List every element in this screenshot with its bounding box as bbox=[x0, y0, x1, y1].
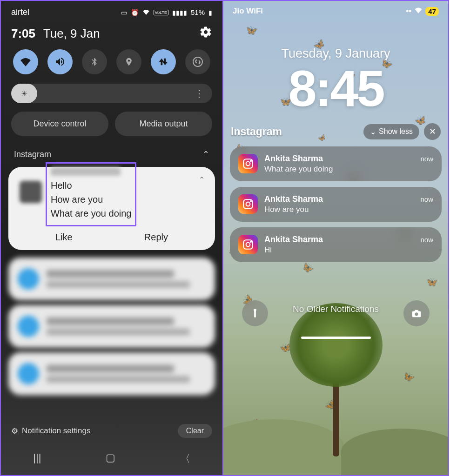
blurred-notification[interactable] bbox=[8, 258, 215, 300]
show-less-button[interactable]: ⌄ Show less bbox=[363, 124, 419, 139]
chevron-down-icon: ⌄ bbox=[370, 127, 376, 136]
svg-point-5 bbox=[246, 202, 250, 206]
notification-app-label: Instagram bbox=[14, 150, 51, 159]
message-line: Hello bbox=[51, 178, 131, 192]
camera-button[interactable] bbox=[403, 300, 430, 326]
settings-gear-icon[interactable] bbox=[199, 26, 212, 42]
signal-icon: •• bbox=[406, 7, 411, 16]
location-toggle[interactable] bbox=[116, 49, 141, 74]
sender-name: Ankita Sharma bbox=[264, 154, 414, 164]
brightness-slider[interactable]: ☀ ⋮ bbox=[11, 84, 212, 103]
blurred-notification[interactable] bbox=[8, 352, 215, 395]
back-button[interactable]: 〈 bbox=[180, 452, 190, 466]
svg-point-2 bbox=[246, 162, 250, 166]
notification-message: How are you bbox=[264, 205, 414, 214]
brightness-thumb[interactable]: ☀ bbox=[11, 84, 37, 103]
clear-button[interactable]: Clear bbox=[178, 424, 212, 438]
home-button[interactable]: ▢ bbox=[106, 452, 115, 466]
status-bar: airtel ▭ ⏰ VoLTE ▮▮▮▮ 51% ▮ bbox=[1, 1, 222, 21]
notification-settings-label: Notification settings bbox=[22, 426, 90, 436]
shazam-toggle[interactable] bbox=[185, 49, 210, 74]
flashlight-button[interactable] bbox=[242, 300, 268, 326]
signal-icon: ▮▮▮▮ bbox=[172, 9, 187, 16]
lock-time: 8:45 bbox=[223, 63, 448, 114]
notification-settings-button[interactable]: ⚙ Notification settings bbox=[11, 426, 90, 436]
date-label: Tue, 9 Jan bbox=[43, 26, 100, 40]
recents-button[interactable]: ||| bbox=[33, 452, 41, 466]
alarm-icon: ⏰ bbox=[131, 9, 139, 16]
svg-point-9 bbox=[250, 241, 251, 242]
notification-message: Hi bbox=[264, 245, 414, 255]
sender-avatar bbox=[20, 181, 42, 203]
notification-item[interactable]: Ankita Sharma How are you now bbox=[230, 187, 442, 222]
volte-icon: VoLTE bbox=[154, 10, 168, 15]
battery-badge: 47 bbox=[425, 7, 439, 16]
instagram-icon bbox=[238, 154, 258, 173]
like-button[interactable]: Like bbox=[55, 232, 73, 243]
battery-percent: 51% bbox=[191, 8, 205, 16]
notification-group-title: Instagram bbox=[231, 126, 359, 138]
wifi-toggle[interactable] bbox=[13, 49, 38, 74]
quick-settings-row bbox=[1, 46, 222, 77]
sender-name: Ankita Sharma bbox=[264, 235, 414, 245]
message-line: How are you bbox=[51, 192, 131, 206]
svg-point-6 bbox=[250, 201, 251, 202]
wifi-icon bbox=[142, 9, 150, 16]
gear-icon: ⚙ bbox=[11, 426, 18, 436]
instagram-icon bbox=[238, 235, 258, 254]
bluetooth-toggle[interactable] bbox=[82, 49, 107, 74]
lock-date: Tuesday, 9 January bbox=[223, 46, 448, 61]
card-icon: ▭ bbox=[121, 9, 127, 16]
date-time-row: 7:05 Tue, 9 Jan bbox=[1, 21, 222, 46]
blurred-notification[interactable] bbox=[8, 305, 215, 348]
show-less-label: Show less bbox=[379, 127, 413, 136]
notification-time: now bbox=[420, 195, 433, 203]
instagram-notification-card[interactable]: ⌃ Hello How are you What are you doing L… bbox=[8, 167, 215, 250]
time-label: 7:05 bbox=[11, 26, 35, 40]
data-toggle[interactable] bbox=[151, 49, 176, 74]
sound-toggle[interactable] bbox=[47, 49, 73, 74]
reply-button[interactable]: Reply bbox=[144, 232, 168, 243]
svg-point-3 bbox=[250, 160, 251, 161]
device-control-button[interactable]: Device control bbox=[11, 112, 108, 136]
svg-point-8 bbox=[246, 243, 250, 247]
battery-icon: ▮ bbox=[208, 9, 212, 16]
notification-item[interactable]: Ankita Sharma What are you doing now bbox=[230, 146, 442, 181]
status-bar: Jio WiFi •• 47 bbox=[223, 1, 448, 18]
instagram-icon bbox=[238, 194, 258, 214]
home-indicator[interactable] bbox=[301, 337, 371, 339]
card-collapse-icon[interactable]: ⌃ bbox=[199, 175, 205, 184]
brightness-more-icon[interactable]: ⋮ bbox=[195, 88, 204, 99]
highlighted-messages-box: Hello How are you What are you doing bbox=[46, 162, 136, 226]
close-group-button[interactable]: ✕ bbox=[424, 123, 441, 140]
sender-name-blurred bbox=[51, 167, 121, 176]
notification-message: What are you doing bbox=[264, 165, 414, 174]
notification-time: now bbox=[420, 236, 433, 244]
collapse-icon[interactable]: ⌃ bbox=[202, 149, 209, 159]
sender-name: Ankita Sharma bbox=[264, 194, 414, 204]
navigation-bar: ||| ▢ 〈 bbox=[1, 444, 222, 475]
wifi-icon bbox=[414, 7, 423, 16]
notification-time: now bbox=[420, 155, 433, 163]
message-line: What are you doing bbox=[51, 206, 131, 220]
carrier-label: airtel bbox=[11, 7, 29, 17]
notification-item[interactable]: Ankita Sharma Hi now bbox=[230, 227, 442, 262]
ios-lock-screen: 🦋🦋 🦋🦋 🦋🦋 🦋🦋 🦋🦋 🦋🦋 🦋🦋 🦋🦋 🦋🦋 🦋🦋 🦋🦋 Jio WiF… bbox=[223, 0, 449, 476]
media-output-button[interactable]: Media output bbox=[115, 112, 212, 136]
android-notification-panel: airtel ▭ ⏰ VoLTE ▮▮▮▮ 51% ▮ 7:05 Tue, 9 … bbox=[0, 0, 223, 476]
carrier-label: Jio WiFi bbox=[233, 7, 263, 16]
close-icon: ✕ bbox=[429, 126, 436, 137]
svg-point-0 bbox=[193, 57, 202, 66]
